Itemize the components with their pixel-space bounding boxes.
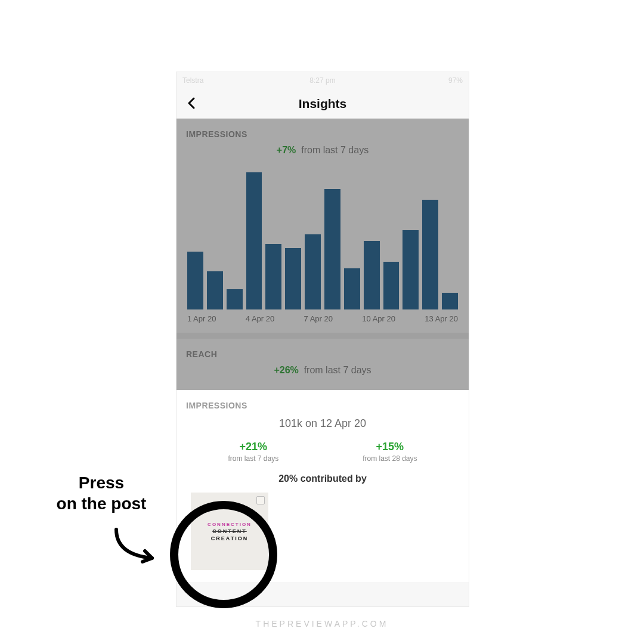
stat-28days: +15% from last 28 days: [363, 441, 417, 463]
chart-bar[interactable]: [383, 262, 400, 310]
phone-frame: Telstra 8:27 pm 97% Insights IMPRESSIONS…: [176, 72, 469, 607]
back-icon[interactable]: [185, 96, 199, 110]
post-line-3: CREATION: [211, 535, 248, 541]
section-divider: [177, 333, 469, 339]
impressions-delta: +7%: [277, 145, 296, 155]
stat-28days-delta: +15%: [363, 441, 417, 453]
stat-28days-sub: from last 28 days: [363, 454, 417, 463]
chart-x-tick: 13 Apr 20: [425, 314, 458, 323]
status-bar: Telstra 8:27 pm 97%: [177, 72, 469, 89]
status-time: 8:27 pm: [177, 76, 469, 85]
stat-7days-delta: +21%: [228, 441, 278, 453]
chart-x-tick: 1 Apr 20: [187, 314, 216, 323]
impressions-headline: 101k on 12 Apr 20: [186, 414, 459, 430]
chart-x-tick: 10 Apr 20: [362, 314, 395, 323]
chart-bar[interactable]: [227, 289, 243, 310]
post-thumbnail[interactable]: CONNECTION CONTENT CREATION: [191, 493, 268, 570]
annotation-arrow-icon: [110, 525, 164, 566]
stat-pair: +21% from last 7 days +15% from last 28 …: [186, 430, 459, 469]
impressions-detail-section: IMPRESSIONS 101k on 12 Apr 20 +21% from …: [177, 390, 469, 582]
reach-delta-sub: from last 7 days: [304, 365, 371, 375]
chart-bar[interactable]: [246, 172, 262, 309]
impressions-delta-line: +7% from last 7 days: [177, 143, 469, 162]
reach-label: REACH: [177, 339, 469, 363]
chart-bar[interactable]: [344, 268, 360, 309]
nav-header: Insights: [177, 89, 469, 119]
annotation-text: Presson the post: [36, 472, 167, 514]
carousel-icon: [256, 496, 265, 504]
chart-bar[interactable]: [187, 252, 203, 309]
chart-bar[interactable]: [364, 241, 380, 309]
chart-bar[interactable]: [422, 200, 438, 309]
page-title: Insights: [299, 97, 347, 111]
chart-bar[interactable]: [265, 244, 281, 309]
watermark: THEPREVIEWAPP.COM: [0, 619, 644, 628]
chart-bar[interactable]: [285, 248, 301, 310]
chart-bar[interactable]: [402, 230, 419, 309]
post-line-1: CONNECTION: [208, 522, 252, 527]
impressions-bar-chart[interactable]: 1 Apr 204 Apr 207 Apr 2010 Apr 2013 Apr …: [177, 162, 469, 333]
contributed-by-label: 20% contributed by: [186, 469, 459, 493]
post-line-2: CONTENT: [212, 528, 247, 534]
chart-x-tick: 4 Apr 20: [246, 314, 274, 323]
chart-bar[interactable]: [442, 293, 458, 309]
stat-7days: +21% from last 7 days: [228, 441, 278, 463]
reach-delta: +26%: [274, 365, 298, 375]
chart-bar[interactable]: [207, 271, 223, 309]
reach-delta-line: +26% from last 7 days: [177, 363, 469, 390]
impressions-overview-section: IMPRESSIONS +7% from last 7 days 1 Apr 2…: [177, 119, 469, 390]
chart-bar[interactable]: [305, 234, 321, 310]
stat-7days-sub: from last 7 days: [228, 454, 278, 463]
impressions-detail-label: IMPRESSIONS: [186, 390, 459, 414]
impressions-label: IMPRESSIONS: [177, 119, 469, 143]
chart-x-tick: 7 Apr 20: [304, 314, 333, 323]
impressions-delta-sub: from last 7 days: [301, 145, 369, 155]
chart-bar[interactable]: [324, 189, 340, 309]
